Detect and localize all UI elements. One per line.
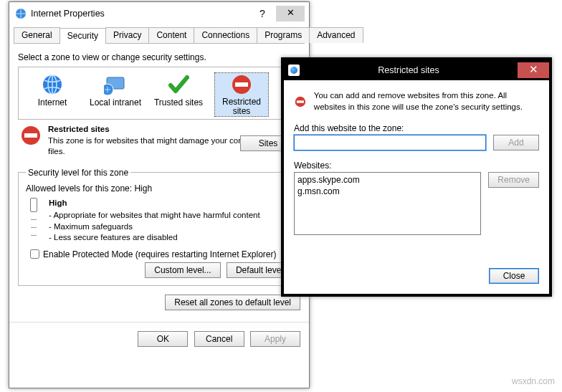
cancel-button[interactable]: Cancel: [194, 331, 244, 347]
add-website-row: Add: [294, 135, 539, 150]
internet-options-icon: [288, 64, 300, 76]
checkmark-icon: [167, 73, 190, 96]
security-bullet: - Maximum safeguards: [49, 221, 260, 233]
no-entry-icon: [230, 73, 253, 96]
globe-icon: [41, 73, 64, 96]
zone-info-title: Restricted sites: [48, 125, 110, 133]
window-title: Restricted sites: [300, 65, 518, 75]
zone-label: Local intranet: [89, 97, 142, 107]
svg-rect-10: [297, 100, 304, 102]
internet-properties-window: Internet Properties ? ✕ General Security…: [9, 1, 310, 388]
remove-button[interactable]: Remove: [488, 172, 539, 188]
security-level-fieldset: Security level for this zone Allowed lev…: [18, 168, 300, 286]
websites-label: Websites:: [294, 161, 539, 171]
info-text: You can add and remove websites from thi…: [314, 90, 539, 113]
zone-trusted-sites[interactable]: Trusted sites: [152, 73, 205, 116]
titlebar[interactable]: Internet Properties ? ✕: [9, 2, 309, 24]
apply-button[interactable]: Apply: [250, 331, 300, 347]
custom-level-button[interactable]: Custom level...: [145, 262, 220, 278]
security-bullet: - Appropriate for websites that might ha…: [49, 210, 260, 221]
tab-content[interactable]: Content: [148, 27, 194, 43]
add-website-input[interactable]: [294, 135, 486, 150]
close-dialog-button[interactable]: Close: [489, 268, 539, 284]
close-button[interactable]: ✕: [276, 6, 305, 21]
no-entry-icon: [294, 90, 307, 113]
titlebar[interactable]: Restricted sites ✕: [284, 60, 549, 80]
help-button[interactable]: ?: [252, 8, 273, 19]
tab-privacy[interactable]: Privacy: [105, 27, 149, 43]
reset-zones-button[interactable]: Reset all zones to default level: [165, 295, 300, 310]
zone-internet[interactable]: Internet: [26, 73, 79, 116]
terminal-icon: [104, 73, 127, 96]
protected-mode-row[interactable]: Enable Protected Mode (requires restarti…: [30, 249, 292, 259]
tab-advanced[interactable]: Advanced: [309, 27, 363, 43]
dialog-body: You can add and remove websites from thi…: [284, 80, 549, 291]
zone-restricted-sites[interactable]: Restricted sites: [215, 73, 268, 116]
security-level-text: High - Appropriate for websites that mig…: [49, 198, 260, 244]
tab-body-lower: Security level for this zone Allowed lev…: [9, 168, 309, 310]
svg-rect-8: [24, 133, 37, 138]
tab-security[interactable]: Security: [59, 28, 106, 44]
security-level-legend: Security level for this zone: [26, 168, 130, 178]
websites-listbox[interactable]: apps.skype.com g.msn.com: [294, 172, 481, 235]
internet-options-icon: [15, 8, 27, 19]
watermark: wsxdn.com: [512, 376, 555, 386]
websites-row: apps.skype.com g.msn.com Remove: [294, 172, 539, 235]
close-button[interactable]: ✕: [518, 62, 549, 78]
tab-programs[interactable]: Programs: [257, 27, 310, 43]
list-item[interactable]: g.msn.com: [297, 186, 477, 197]
security-slider-row: High - Appropriate for websites that mig…: [26, 198, 292, 244]
zone-label: Restricted sites: [215, 97, 268, 116]
add-website-label: Add this website to the zone:: [294, 123, 539, 133]
zone-local-intranet[interactable]: Local intranet: [89, 73, 142, 116]
security-bullet: - Less secure features are disabled: [49, 232, 260, 244]
add-button[interactable]: Add: [493, 135, 539, 150]
info-row: You can add and remove websites from thi…: [294, 90, 539, 113]
zone-label: Internet: [26, 97, 79, 107]
zone-list: Internet Local intranet Trusted sites: [18, 67, 300, 120]
allowed-levels-label: Allowed levels for this zone: High: [26, 183, 292, 193]
protected-mode-checkbox[interactable]: [30, 249, 39, 259]
protected-mode-label: Enable Protected Mode (requires restarti…: [43, 249, 277, 259]
zone-label: Trusted sites: [152, 97, 205, 107]
ok-button[interactable]: OK: [138, 331, 188, 347]
slider-thumb[interactable]: [30, 198, 37, 212]
svg-rect-6: [235, 82, 248, 87]
security-level-name: High: [49, 198, 260, 209]
window-title: Internet Properties: [31, 9, 252, 19]
tab-connections[interactable]: Connections: [194, 27, 257, 43]
tab-strip: General Security Privacy Content Connect…: [14, 27, 305, 44]
dialog-footer: OK Cancel Apply: [9, 322, 309, 355]
no-entry-icon: [19, 124, 42, 147]
select-zone-label: Select a zone to view or change security…: [18, 52, 300, 62]
list-item[interactable]: apps.skype.com: [297, 174, 477, 186]
tab-general[interactable]: General: [14, 27, 60, 43]
security-slider[interactable]: [26, 198, 42, 244]
restricted-sites-window: Restricted sites ✕ You can add and remov…: [281, 57, 552, 297]
